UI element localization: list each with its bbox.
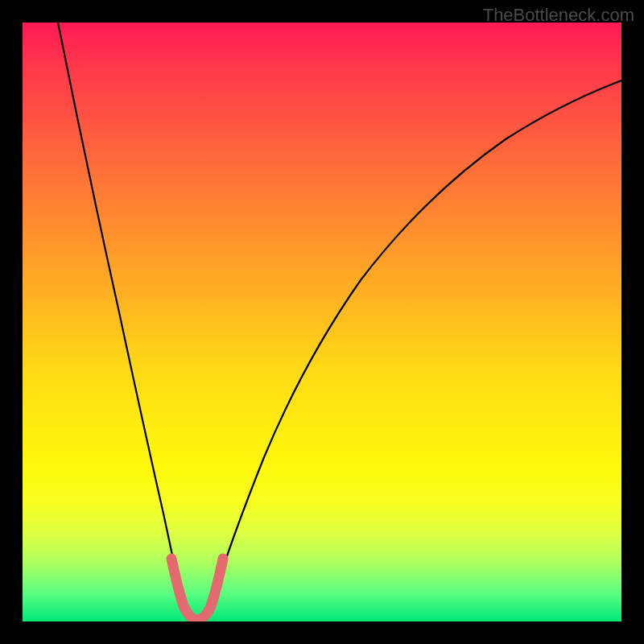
right-curve [212, 80, 621, 602]
curve-group [58, 23, 621, 620]
valley-highlight [171, 559, 223, 620]
chart-svg [23, 23, 621, 621]
left-curve [58, 23, 182, 602]
plot-background [23, 23, 621, 621]
watermark-text: TheBottleneck.com [483, 5, 634, 26]
